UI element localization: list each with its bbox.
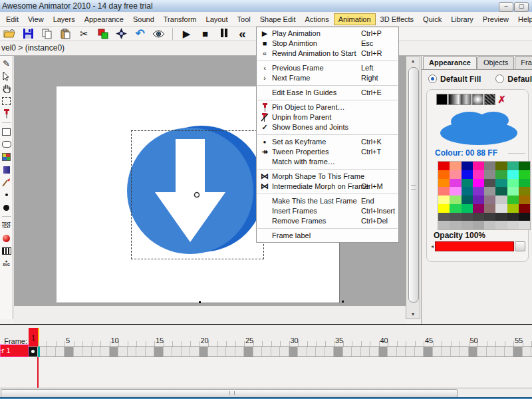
selection-rectangle[interactable]: [131, 130, 264, 259]
fill-style-solid[interactable]: [436, 94, 448, 105]
frame-cell[interactable]: [495, 347, 505, 356]
menu-transform[interactable]: Transform: [159, 13, 201, 25]
slider-left-icon[interactable]: ◂: [431, 243, 434, 249]
frame-cell[interactable]: [136, 347, 146, 356]
radio-default-fill[interactable]: Default Fill: [428, 74, 481, 84]
menu-item-match-with-frame[interactable]: Match with frame…: [257, 157, 398, 167]
palette-swatch[interactable]: [507, 162, 519, 170]
menu-item-morph-shape-to-this-frame[interactable]: ⋈Morph Shape To This Frame: [257, 172, 398, 182]
menu-tool[interactable]: Tool: [233, 13, 255, 25]
palette-swatch[interactable]: [495, 179, 507, 188]
frame-cell[interactable]: [154, 347, 164, 356]
morph-colors-icon[interactable]: [96, 27, 110, 41]
menu-layers[interactable]: Layers: [49, 13, 80, 25]
frame-cell[interactable]: [208, 347, 217, 356]
timeline-ruler[interactable]: Frame: 1 510152025303540455055: [0, 327, 532, 346]
menu-item-play-animation[interactable]: ▶Play AnimationCtrl+P: [257, 29, 398, 39]
brush-tool-icon[interactable]: [1, 177, 12, 188]
frame-cell[interactable]: [190, 347, 200, 356]
frame-cell[interactable]: [361, 347, 370, 356]
hand-tool-icon[interactable]: [1, 83, 12, 94]
palette-swatch[interactable]: [484, 187, 495, 196]
frame-cell[interactable]: [352, 347, 361, 356]
palette-swatch[interactable]: [507, 204, 519, 213]
frame-cell[interactable]: [74, 347, 83, 356]
scroll-down-icon[interactable]: ▾: [406, 311, 420, 317]
minimize-button[interactable]: –: [499, 2, 513, 12]
menu-item-unpin-from-parent[interactable]: Unpin from Parent: [257, 112, 398, 122]
frame-cell[interactable]: [217, 347, 227, 356]
frame-cell[interactable]: [370, 347, 379, 356]
menu-actions[interactable]: Actions: [301, 13, 334, 25]
frame-cell[interactable]: [406, 347, 415, 356]
frame-cell[interactable]: [334, 347, 343, 356]
radio-icon[interactable]: [428, 74, 437, 83]
palette-swatch[interactable]: [450, 196, 461, 204]
palette-swatch[interactable]: [495, 162, 507, 170]
frame-cell[interactable]: [415, 347, 424, 356]
frame-cell[interactable]: [442, 347, 451, 356]
menu-item-set-as-keyframe[interactable]: ●Set as KeyframeCtrl+K: [257, 137, 398, 147]
palette-swatch[interactable]: [473, 179, 484, 188]
cut-icon[interactable]: ✂: [77, 27, 91, 41]
palette-swatch[interactable]: [438, 213, 450, 221]
stamp-tool-icon[interactable]: [1, 152, 12, 162]
frame-cell[interactable]: [316, 347, 325, 356]
palette-swatch[interactable]: [484, 204, 495, 213]
menu-item-remove-frames[interactable]: Remove FramesCtrl+Del: [257, 216, 398, 226]
palette-swatch[interactable]: [473, 196, 484, 204]
frame-cell[interactable]: [172, 347, 182, 356]
palette-swatch[interactable]: [473, 170, 484, 179]
sphere-tool-icon[interactable]: [1, 233, 12, 243]
play-icon[interactable]: ▶: [180, 27, 194, 41]
layer-label[interactable]: Layer 1: [0, 344, 29, 357]
palette-swatch[interactable]: [495, 187, 507, 196]
opacity-slider-bar[interactable]: [435, 241, 514, 251]
menu-shape-edit[interactable]: Shape Edit: [255, 13, 301, 25]
palette-swatch[interactable]: [495, 204, 507, 213]
palette-swatch[interactable]: [495, 221, 507, 229]
palette-swatch[interactable]: [495, 196, 507, 204]
frame-cell[interactable]: [289, 347, 299, 356]
frame-cell[interactable]: [118, 347, 128, 356]
frame-cell[interactable]: [92, 347, 101, 356]
handle-dot[interactable]: [199, 301, 201, 303]
palette-swatch[interactable]: [484, 162, 495, 170]
canvas-vscrollbar[interactable]: ▴ ▾: [406, 56, 420, 319]
menu-item-next-frame[interactable]: ›Next FrameRight: [257, 73, 398, 83]
large-point-tool-icon[interactable]: [1, 202, 12, 213]
fill-style-none[interactable]: ✗: [496, 94, 507, 105]
palette-swatch[interactable]: [462, 213, 473, 221]
frame-cell[interactable]: [164, 347, 173, 356]
frame-cell[interactable]: [379, 347, 388, 356]
palette-swatch[interactable]: [519, 162, 530, 170]
frame-cell[interactable]: [477, 347, 487, 356]
copy-icon[interactable]: [40, 27, 54, 41]
menu-item-insert-frames[interactable]: Insert FramesCtrl+Insert: [257, 206, 398, 216]
frame-cell[interactable]: [298, 347, 307, 356]
playhead-line[interactable]: [37, 357, 39, 389]
frame-cell[interactable]: [82, 347, 92, 356]
menu-quick[interactable]: Quick: [418, 13, 446, 25]
stop-icon[interactable]: ■: [198, 27, 212, 41]
frame-cell[interactable]: [226, 347, 235, 356]
select-cursor-tool-icon[interactable]: [1, 70, 12, 81]
palette-swatch[interactable]: [462, 179, 473, 188]
fill-style-gradient-horizontal[interactable]: [448, 94, 460, 105]
menu-item-show-bones-and-joints[interactable]: ✓Show Bones and Joints: [257, 122, 398, 132]
menu-item-stop-animtion[interactable]: ■Stop AnimtionEsc: [257, 39, 398, 49]
handle-dot[interactable]: [342, 301, 344, 303]
palette-swatch[interactable]: [462, 170, 473, 179]
frame-cell[interactable]: [280, 347, 289, 356]
palette-swatch[interactable]: [462, 196, 473, 204]
menu-help[interactable]: Help: [513, 13, 532, 25]
frame-cell[interactable]: [451, 347, 460, 356]
timeline-cells[interactable]: [0, 346, 532, 357]
tab-appearance[interactable]: Appearance: [423, 56, 477, 69]
palette-swatch[interactable]: [450, 213, 461, 221]
palette-swatch[interactable]: [473, 162, 484, 170]
frame-cell[interactable]: [505, 347, 514, 356]
palette-swatch[interactable]: [507, 179, 519, 188]
menu-sound[interactable]: Sound: [128, 13, 159, 25]
palette-swatch[interactable]: [519, 204, 530, 213]
